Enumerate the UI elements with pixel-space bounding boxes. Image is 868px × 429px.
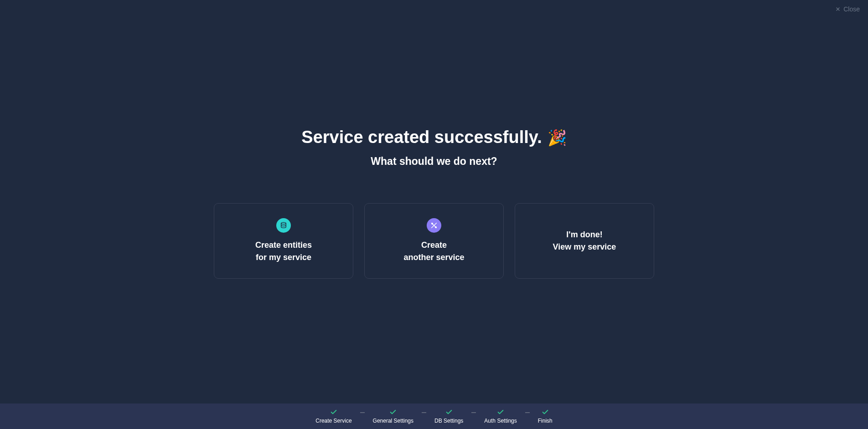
tools-icon-circle xyxy=(427,218,441,233)
close-button[interactable]: Close xyxy=(835,5,860,13)
create-entities-line1: Create entities xyxy=(255,239,312,251)
progress-label-auth-settings: Auth Settings xyxy=(484,418,517,424)
database-icon-circle xyxy=(276,218,291,233)
create-another-line1: Create xyxy=(403,239,464,251)
progress-bar: Create Service General Settings DB Setti… xyxy=(0,403,868,429)
close-icon xyxy=(835,6,841,12)
progress-separator xyxy=(422,412,426,413)
progress-label-create-service: Create Service xyxy=(315,418,351,424)
progress-separator xyxy=(360,412,365,413)
create-entities-line2: for my service xyxy=(255,251,312,264)
check-icon xyxy=(445,409,453,416)
check-icon xyxy=(389,409,397,416)
check-icon xyxy=(542,409,549,416)
progress-step-general-settings: General Settings xyxy=(373,409,413,424)
svg-point-5 xyxy=(432,223,433,225)
progress-step-db-settings: DB Settings xyxy=(434,409,463,424)
progress-separator xyxy=(525,412,530,413)
database-icon xyxy=(280,222,287,229)
progress-step-finish: Finish xyxy=(538,409,553,424)
done-line2: View my service xyxy=(553,241,616,253)
page-title: Service created successfully. 🎉 xyxy=(301,128,566,147)
progress-label-db-settings: DB Settings xyxy=(434,418,463,424)
svg-point-6 xyxy=(435,227,437,228)
create-another-card[interactable]: Create another service xyxy=(364,203,504,279)
progress-separator xyxy=(471,412,476,413)
check-icon xyxy=(330,409,337,416)
create-another-text: Create another service xyxy=(403,239,464,264)
create-entities-card[interactable]: Create entities for my service xyxy=(214,203,353,279)
create-entities-text: Create entities for my service xyxy=(255,239,312,264)
create-another-line2: another service xyxy=(403,251,464,264)
check-icon xyxy=(497,409,504,416)
page-subtitle: What should we do next? xyxy=(371,155,497,168)
done-text: I'm done! View my service xyxy=(553,229,616,253)
options-row: Create entities for my service Create an… xyxy=(214,203,654,279)
progress-label-general-settings: General Settings xyxy=(373,418,413,424)
title-text: Service created successfully. xyxy=(301,128,542,147)
progress-step-auth-settings: Auth Settings xyxy=(484,409,517,424)
tools-icon xyxy=(430,222,438,229)
done-line1: I'm done! xyxy=(553,229,616,241)
close-label: Close xyxy=(843,5,860,13)
progress-label-finish: Finish xyxy=(538,418,553,424)
done-card[interactable]: I'm done! View my service xyxy=(515,203,654,279)
progress-step-create-service: Create Service xyxy=(315,409,351,424)
party-emoji: 🎉 xyxy=(548,128,567,147)
main-content: Service created successfully. 🎉 What sho… xyxy=(0,0,868,279)
svg-point-2 xyxy=(281,222,286,224)
